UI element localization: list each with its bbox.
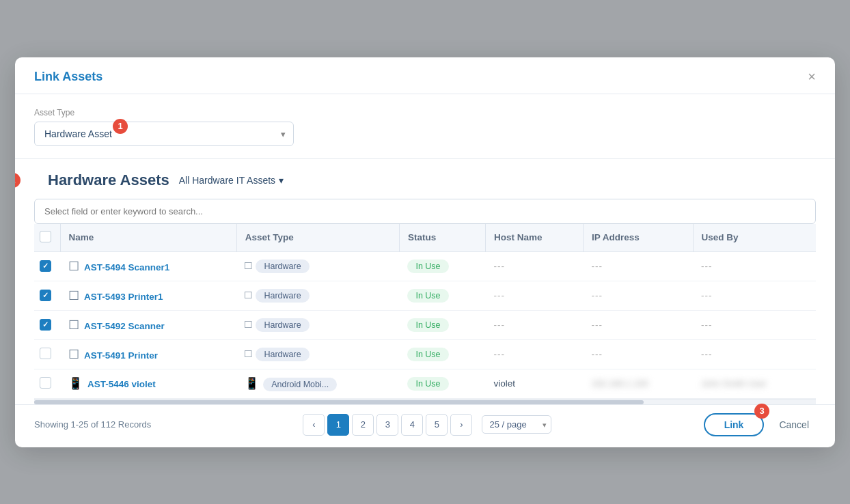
status-badge: In Use <box>407 318 448 332</box>
row-checkbox[interactable] <box>40 377 51 389</box>
status-badge: In Use <box>407 289 448 303</box>
search-input[interactable] <box>34 199 816 224</box>
prev-page-button[interactable]: ‹ <box>303 414 325 436</box>
per-page-wrapper: 25 / page 50 / page 100 / page ▾ <box>482 415 551 434</box>
table-wrapper: Name Asset Type Status Host Name IP Addr… <box>34 224 816 399</box>
hardware-icon: ☐ <box>68 289 79 303</box>
col-name: Name <box>60 224 236 252</box>
cancel-button[interactable]: Cancel <box>772 415 816 435</box>
filter-button[interactable]: All Hardware IT Assets ▾ <box>179 175 284 186</box>
host-name-cell: --- <box>485 339 583 369</box>
ip-blurred: 192.168.1.100 <box>592 378 648 389</box>
asset-name-link[interactable]: AST-5491 Printer <box>84 350 158 361</box>
step-badge-3: 3 <box>754 404 769 419</box>
host-name-cell: violet <box>485 369 583 398</box>
col-host-name: Host Name <box>485 224 583 252</box>
asset-type-badge: Hardware <box>256 318 309 332</box>
modal-body: Asset Type Hardware Asset ▾ 1 2 Hardware… <box>15 94 835 404</box>
table-row: ☐AST-5493 Printer1□HardwareIn Use-------… <box>34 281 816 310</box>
hardware-icon: ☐ <box>68 318 79 332</box>
host-name-cell: --- <box>485 251 583 281</box>
scrollbar-thumb <box>34 400 644 404</box>
asset-type-select[interactable]: Hardware Asset <box>34 122 294 146</box>
next-page-button[interactable]: › <box>450 414 472 436</box>
pagination-controls: ‹ 1 2 3 4 5 › <box>303 414 472 436</box>
asset-name-link[interactable]: AST-5446 violet <box>87 379 156 389</box>
status-badge: In Use <box>407 348 448 361</box>
divider <box>15 158 835 159</box>
per-page-select[interactable]: 25 / page 50 / page 100 / page <box>482 415 551 434</box>
col-status: Status <box>399 224 485 252</box>
col-ip-address: IP Address <box>584 224 693 252</box>
step-badge-1: 1 <box>113 119 128 134</box>
asset-type-label: Asset Type <box>34 108 816 117</box>
asset-name-link[interactable]: AST-5494 Scanner1 <box>84 262 169 272</box>
ip-address-cell: 192.168.1.100 <box>584 369 693 398</box>
link-button[interactable]: Link <box>704 413 765 436</box>
section-title: Hardware Assets <box>48 171 169 189</box>
asset-type-badge: Hardware <box>256 289 309 303</box>
used-by-cell: --- <box>693 281 816 310</box>
ip-address-cell: --- <box>584 339 693 369</box>
row-checkbox[interactable] <box>40 348 51 359</box>
status-badge: In Use <box>407 377 448 391</box>
select-all-checkbox[interactable] <box>40 231 51 242</box>
modal-title: Link Assets <box>34 70 102 84</box>
status-badge: In Use <box>407 260 448 273</box>
modal-footer: Showing 1-25 of 112 Records ‹ 1 2 3 4 5 … <box>15 404 835 447</box>
row-checkbox[interactable] <box>40 290 51 301</box>
asset-type-badge: Hardware <box>256 260 309 273</box>
asset-name-link[interactable]: AST-5492 Scanner <box>84 321 165 331</box>
asset-type-icon: 📱 <box>245 377 259 390</box>
table-row: ☐AST-5491 Printer□HardwareIn Use--------… <box>34 339 816 369</box>
asset-type-wrapper: Hardware Asset ▾ <box>34 122 294 146</box>
asset-type-icon: □ <box>245 318 251 331</box>
step-badge-2: 2 <box>15 173 20 188</box>
link-assets-modal: Link Assets × Asset Type Hardware Asset … <box>15 57 835 447</box>
ip-address-cell: --- <box>584 310 693 339</box>
close-button[interactable]: × <box>808 70 816 83</box>
host-name-cell: --- <box>485 310 583 339</box>
table-row: 📱AST-5446 violet📱Android Mobi...In Usevi… <box>34 369 816 398</box>
ip-address-cell: --- <box>584 251 693 281</box>
chevron-down-icon: ▾ <box>279 175 284 186</box>
used-by-cell: --- <box>693 339 816 369</box>
modal-header: Link Assets × <box>15 57 835 94</box>
col-used-by: Used By <box>693 224 816 252</box>
asset-name-link[interactable]: AST-5493 Printer1 <box>84 292 163 302</box>
page-3-button[interactable]: 3 <box>376 414 398 436</box>
mobile-icon: 📱 <box>68 377 83 390</box>
used-by-cell: --- <box>693 251 816 281</box>
row-checkbox[interactable] <box>40 260 51 272</box>
asset-type-badge: Android Mobi... <box>263 378 337 391</box>
asset-type-icon: □ <box>245 347 251 360</box>
used-by-blurred: John Smith User <box>701 378 767 389</box>
page-2-button[interactable]: 2 <box>352 414 374 436</box>
section-header: 2 Hardware Assets All Hardware IT Assets… <box>34 171 816 189</box>
row-checkbox[interactable] <box>40 319 51 331</box>
ip-address-cell: --- <box>584 281 693 310</box>
asset-type-badge: Hardware <box>256 348 309 361</box>
page-1-button[interactable]: 1 <box>327 414 349 436</box>
filter-label: All Hardware IT Assets <box>179 175 275 186</box>
page-5-button[interactable]: 5 <box>426 414 448 436</box>
hardware-icon: ☐ <box>68 348 79 361</box>
hardware-icon: ☐ <box>68 260 79 273</box>
col-asset-type: Asset Type <box>236 224 399 252</box>
asset-type-icon: □ <box>245 259 251 272</box>
host-name-cell: --- <box>485 281 583 310</box>
horizontal-scrollbar[interactable] <box>34 399 816 404</box>
pagination-info: Showing 1-25 of 112 Records <box>34 419 151 430</box>
asset-type-section: Asset Type Hardware Asset ▾ 1 <box>34 108 816 146</box>
asset-type-icon: □ <box>245 288 251 301</box>
used-by-cell: --- <box>693 310 816 339</box>
table-row: ☐AST-5494 Scanner1□HardwareIn Use-------… <box>34 251 816 281</box>
action-buttons: 3 Link Cancel <box>704 413 816 436</box>
page-4-button[interactable]: 4 <box>401 414 423 436</box>
table-row: ☐AST-5492 Scanner□HardwareIn Use--------… <box>34 310 816 339</box>
assets-table: Name Asset Type Status Host Name IP Addr… <box>34 224 816 399</box>
used-by-cell: John Smith User <box>693 369 816 398</box>
